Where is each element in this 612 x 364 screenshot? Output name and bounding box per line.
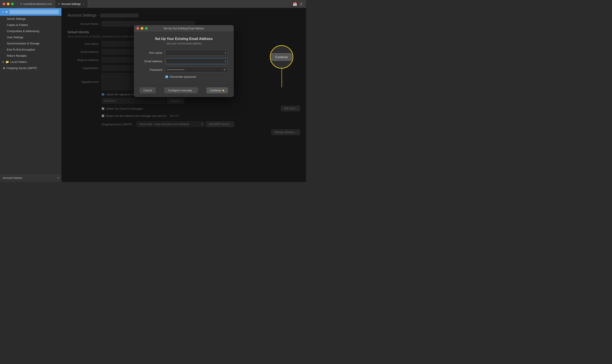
modal-body: Set Up Your Existing Email Address Use y… — [134, 32, 234, 85]
continue-circle: Continue — [270, 45, 293, 69]
sidebar-item-composition[interactable]: Composition & Addressing — [0, 28, 61, 34]
tab-settings-label: Account Settings — [61, 2, 80, 6]
calendar-icon[interactable]: 📅 — [293, 2, 297, 6]
modal-heading: Set Up Your Existing Email Address — [140, 37, 228, 41]
tabs-bar: ✉ evankillham@yahoo.com ⚙ Account Settin… — [17, 0, 88, 8]
main-layout: ▾ ✉ Server Settings Copies & Folders Com… — [0, 8, 306, 182]
modal-password-row: Password: 👁 — [140, 67, 228, 73]
modal-title: Set Up Your Existing Email Address — [164, 27, 204, 30]
sidebar-section-label: Local Folders — [10, 60, 27, 64]
modal-password-wrap: 👁 — [165, 67, 228, 73]
sidebar-item-local-folders[interactable]: ▶ 📁 Local Folders — [0, 59, 61, 65]
modal-name-row: Your name: ℹ — [140, 50, 228, 56]
account-actions-label: Account Actions — [2, 176, 22, 180]
sidebar-item-sync[interactable]: Synchronization & Storage — [0, 40, 61, 47]
modal-password-input[interactable] — [165, 67, 228, 73]
tab-close-button[interactable]: × — [82, 2, 85, 6]
callout-line — [281, 68, 282, 87]
sidebar: ▾ ✉ Server Settings Copies & Folders Com… — [0, 8, 62, 182]
sidebar-item-server-settings[interactable]: Server Settings — [0, 16, 61, 22]
modal-email-row: Email address: ℹ — [140, 58, 228, 64]
sidebar-section-label: Outgoing Server (SMTP) — [7, 66, 37, 70]
remember-password-label: Remember password — [170, 75, 196, 78]
minimize-button[interactable] — [7, 2, 10, 5]
eye-icon[interactable]: 👁 — [223, 68, 226, 71]
settings-icon: ⚙ — [58, 2, 60, 5]
sidebar-item-outgoing-smtp[interactable]: 🖥 Outgoing Server (SMTP) — [0, 65, 61, 71]
modal-name-wrap: ℹ — [165, 50, 228, 56]
chevron-right-icon: ▶ — [2, 61, 4, 63]
toolbar-icons: 📅 ☰ — [293, 0, 303, 8]
folder-icon: 📁 — [6, 60, 9, 64]
menu-icon[interactable]: ☰ — [300, 2, 303, 6]
close-button[interactable] — [2, 2, 5, 5]
info-icon-email: ℹ — [225, 60, 226, 63]
modal-minimize-button[interactable] — [141, 27, 144, 30]
sidebar-footer-account-actions[interactable]: Account Actions ▾ — [0, 173, 61, 182]
sidebar-item-copies-folders[interactable]: Copies & Folders — [0, 22, 61, 28]
sidebar-item-label: Composition & Addressing — [7, 29, 39, 33]
continue-button[interactable]: Continue — [207, 88, 228, 93]
modal-name-label: Your name: — [140, 51, 165, 54]
modal-name-input[interactable] — [165, 50, 228, 56]
sidebar-item-encryption[interactable]: End-To-End Encryption — [0, 47, 61, 53]
continue-callout-button[interactable]: Continue — [271, 53, 292, 61]
sidebar-item-receipts[interactable]: Return Receipts — [0, 53, 61, 59]
continue-label: Continue — [210, 89, 221, 92]
sidebar-item-label: Synchronization & Storage — [7, 42, 40, 45]
email-setup-modal: Set Up Your Existing Email Address Set U… — [134, 25, 234, 97]
maximize-button[interactable] — [11, 2, 14, 5]
mail-icon: ✉ — [20, 2, 22, 5]
modal-email-wrap: ℹ — [165, 58, 228, 64]
sidebar-item-label: Copies & Folders — [7, 23, 28, 26]
tab-account-settings[interactable]: ⚙ Account Settings × — [55, 0, 88, 8]
mail-account-icon: ✉ — [5, 10, 8, 13]
sidebar-items: Server Settings Copies & Folders Composi… — [0, 16, 61, 173]
sidebar-item-label: End-To-End Encryption — [7, 48, 35, 51]
titlebar: ✉ evankillham@yahoo.com ⚙ Account Settin… — [0, 0, 306, 8]
sidebar-account-item[interactable]: ▾ ✉ — [0, 8, 61, 16]
modal-maximize-button[interactable] — [145, 27, 148, 30]
tab-email-label: evankillham@yahoo.com — [23, 2, 52, 6]
continue-callout: Continue — [270, 45, 293, 69]
traffic-lights — [2, 2, 14, 5]
modal-remember-row: Remember password — [140, 75, 228, 78]
configure-manually-button[interactable]: Configure manually... — [164, 88, 198, 93]
account-actions-chevron: ▾ — [58, 176, 59, 180]
modal-close-button[interactable] — [136, 27, 139, 30]
modal-password-label: Password: — [140, 68, 165, 71]
modal-footer: Cancel Configure manually... Continue — [134, 85, 234, 97]
tab-email[interactable]: ✉ evankillham@yahoo.com — [17, 0, 55, 8]
sidebar-account-label — [10, 10, 59, 14]
sidebar-item-label: Return Receipts — [7, 54, 27, 57]
modal-traffic-lights — [136, 27, 148, 30]
continue-dot — [223, 90, 224, 91]
sidebar-item-label: Server Settings — [7, 17, 26, 20]
sidebar-account-chevron: ▾ — [2, 11, 4, 13]
content-area: Account Settings - Account Name: Default… — [62, 8, 306, 182]
cancel-button[interactable]: Cancel — [140, 88, 156, 93]
modal-titlebar: Set Up Your Existing Email Address — [134, 25, 234, 32]
remember-password-checkbox[interactable] — [165, 75, 168, 78]
info-icon: ℹ — [225, 51, 226, 54]
server-icon: 🖥 — [2, 66, 5, 70]
modal-subheading: Use your current email address — [140, 42, 228, 45]
modal-email-input[interactable] — [165, 58, 228, 64]
modal-email-label: Email address: — [140, 60, 165, 63]
sidebar-item-label: Junk Settings — [7, 36, 23, 39]
sidebar-item-junk[interactable]: Junk Settings — [0, 34, 61, 40]
